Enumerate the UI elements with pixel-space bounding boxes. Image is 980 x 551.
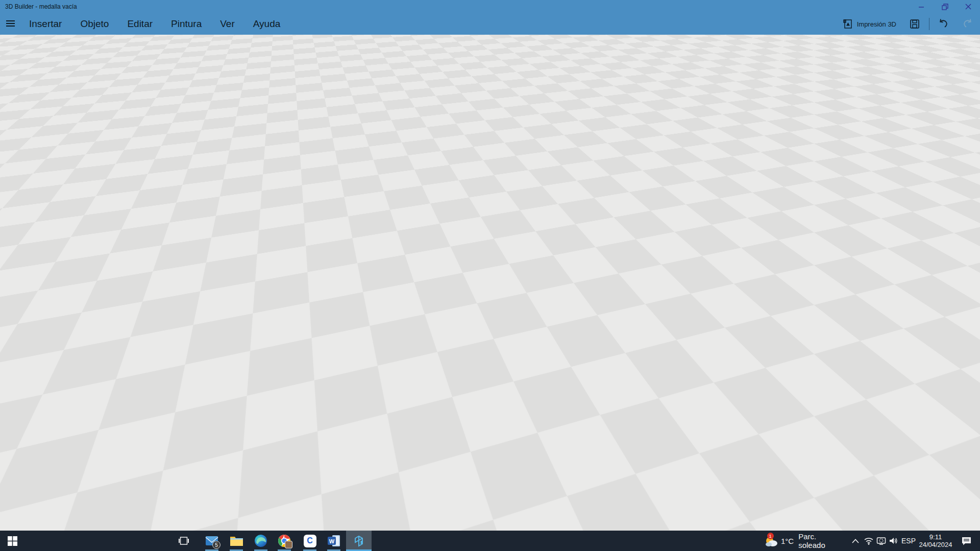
tray-temperature: 1°C xyxy=(781,537,794,545)
panel-title: Selección xyxy=(963,239,974,295)
select-object-icon xyxy=(963,185,973,195)
mail-badge: 5 xyxy=(212,541,220,549)
minimize-button[interactable] xyxy=(910,0,933,13)
redo-button[interactable] xyxy=(962,18,973,30)
sphere-icon xyxy=(963,140,973,150)
title-bar: 3D Builder - medalla vacía xyxy=(0,0,980,13)
menu-editar[interactable]: Editar xyxy=(127,18,153,30)
action-center-button[interactable] xyxy=(955,531,977,551)
taskbar-app-file-explorer[interactable] xyxy=(225,531,248,551)
selection-panel: Selección xyxy=(956,35,980,531)
taskbar-app-edge[interactable] xyxy=(249,531,273,551)
wifi-icon xyxy=(864,537,873,545)
tray-time: 9:11 xyxy=(929,533,942,541)
save-icon xyxy=(910,19,920,29)
close-icon xyxy=(965,4,971,10)
clipchamp-icon: C xyxy=(304,535,316,547)
connect-display-icon xyxy=(876,537,886,545)
select-object-button[interactable] xyxy=(957,181,980,199)
taskbar-app-word[interactable]: W xyxy=(323,531,345,551)
select-all-icon xyxy=(963,70,973,80)
save-button[interactable] xyxy=(910,19,920,29)
invert-selection-icon xyxy=(963,118,973,128)
tray-language-button[interactable]: ESP xyxy=(899,531,918,551)
menu-ver[interactable]: Ver xyxy=(220,18,235,30)
tray-weather-label: Parc. soleado xyxy=(798,532,842,549)
menu-pintura[interactable]: Pintura xyxy=(171,18,202,30)
menu-ayuda[interactable]: Ayuda xyxy=(253,18,281,30)
taskbar-app-mail[interactable]: 5 xyxy=(200,531,224,551)
weather-badge: 1 xyxy=(767,533,774,539)
menu-insertar[interactable]: Insertar xyxy=(29,18,62,30)
chevron-up-icon xyxy=(852,539,859,543)
print3d-icon xyxy=(842,18,853,30)
window-title: 3D Builder - medalla vacía xyxy=(5,3,77,10)
restore-button[interactable] xyxy=(933,0,957,13)
select-similar-button[interactable] xyxy=(957,159,980,177)
menu-bar: Insertar Objeto Editar Pintura Ver Ayuda… xyxy=(0,13,980,35)
taskbar-app-clipchamp[interactable]: C xyxy=(298,531,322,551)
tray-weather-text[interactable]: 1°C Parc. soleado xyxy=(781,531,842,551)
menu-objeto[interactable]: Objeto xyxy=(80,18,109,30)
start-button[interactable] xyxy=(0,531,24,551)
close-button[interactable] xyxy=(957,0,980,13)
print-3d-label: Impresión 3D xyxy=(857,20,896,28)
notification-icon xyxy=(961,536,972,546)
tray-language: ESP xyxy=(901,537,916,545)
print-3d-button[interactable]: Impresión 3D xyxy=(842,18,896,30)
hamburger-icon[interactable] xyxy=(6,20,15,27)
taskbar: 5 xyxy=(0,531,980,551)
minimize-icon xyxy=(918,4,924,10)
undo-button[interactable] xyxy=(938,18,949,30)
word-icon: W xyxy=(328,535,340,547)
task-view-button[interactable] xyxy=(174,531,194,551)
collapse-chevron-icon xyxy=(964,48,972,58)
svg-text:W: W xyxy=(329,538,334,544)
tray-date: 24/04/2024 xyxy=(919,541,952,548)
invert-selection-button[interactable] xyxy=(957,114,980,132)
chrome-profile-avatar xyxy=(285,541,292,548)
collapse-panel-button[interactable] xyxy=(957,44,980,62)
tray-weather-button[interactable]: 1 xyxy=(762,531,780,551)
tray-clock-button[interactable]: 9:11 24/04/2024 xyxy=(918,531,953,551)
task-view-icon xyxy=(179,536,189,545)
select-similar-icon xyxy=(963,163,973,173)
deselect-all-icon xyxy=(963,95,973,106)
speaker-icon xyxy=(889,537,898,545)
edge-icon xyxy=(254,534,267,547)
tray-volume-button[interactable] xyxy=(887,531,901,551)
viewport-canvas[interactable]: 300 mm 250 mm 200 mm 150 mm 100 mm 50 mm… xyxy=(0,35,980,531)
tray-overflow-button[interactable] xyxy=(848,531,863,551)
ruler-bottom-300: 30 xyxy=(943,424,957,437)
tray-connect-button[interactable] xyxy=(874,531,888,551)
toolbar-separator xyxy=(929,18,929,30)
taskbar-app-3d-builder-active[interactable] xyxy=(346,531,372,551)
select-all-button[interactable] xyxy=(957,66,980,84)
taskbar-app-chrome[interactable] xyxy=(273,531,296,551)
undo-icon xyxy=(938,18,949,30)
sphere-tool-button[interactable] xyxy=(957,136,980,154)
redo-icon xyxy=(962,18,973,30)
deselect-all-button[interactable] xyxy=(957,91,980,110)
3d-builder-icon xyxy=(352,534,365,547)
restore-icon xyxy=(942,4,948,10)
file-explorer-icon xyxy=(230,535,243,547)
windows-logo-icon xyxy=(8,536,17,546)
medal-object[interactable]: ASOCIACIÓN NAVERA DE LUCHA DE BRAZOS XIV… xyxy=(332,163,648,429)
